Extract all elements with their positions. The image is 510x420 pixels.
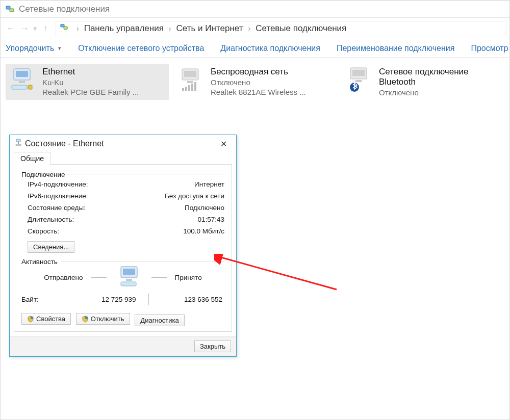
ethernet-adapter-icon — [9, 67, 37, 92]
dialog-title: Состояние - Ethernet — [25, 139, 104, 148]
svg-rect-10 — [184, 71, 196, 77]
connection-device: Realtek PCIe GBE Family ... — [42, 88, 139, 96]
speed-label: Скорость: — [28, 227, 59, 235]
nav-forward-button[interactable]: → — [18, 21, 32, 36]
toolbar-view[interactable]: Просмотр — [471, 44, 508, 53]
svg-rect-13 — [185, 87, 187, 91]
network-connections-icon — [6, 5, 15, 14]
svg-rect-19 — [355, 80, 362, 82]
connection-item-wifi[interactable]: Беспроводная сеть Отключено Realtek 8821… — [174, 64, 337, 100]
breadcrumb[interactable]: › Панель управления › Сеть и Интернет › … — [56, 21, 506, 36]
svg-rect-1 — [10, 9, 14, 12]
toolbar-disable-device[interactable]: Отключение сетевого устройства — [78, 44, 204, 53]
media-state-value: Подключено — [185, 204, 224, 212]
chevron-right-icon[interactable]: › — [248, 24, 250, 33]
toolbar-diagnose[interactable]: Диагностика подключения — [220, 44, 320, 53]
received-label: Принято — [175, 274, 202, 281]
connection-name: Беспроводная сеть — [211, 67, 306, 77]
svg-rect-22 — [18, 142, 19, 144]
chevron-right-icon[interactable]: › — [76, 24, 79, 33]
window-titlebar: Сетевые подключения — [1, 1, 509, 18]
ipv6-value: Без доступа к сети — [165, 192, 224, 200]
ethernet-status-dialog: Состояние - Ethernet ✕ Общие Подключение… — [9, 135, 237, 357]
close-dialog-button[interactable]: Закрыть — [194, 340, 231, 352]
bluetooth-adapter-icon — [345, 67, 374, 92]
svg-rect-6 — [19, 81, 25, 83]
svg-rect-21 — [16, 139, 20, 142]
svg-rect-23 — [16, 144, 21, 146]
tab-content: Подключение IPv4-подключение:Интернет IP… — [14, 164, 232, 332]
svg-rect-11 — [187, 81, 193, 83]
wifi-adapter-disabled-icon — [177, 67, 206, 92]
sent-label: Отправлено — [44, 274, 83, 281]
properties-button[interactable]: Свойства — [21, 313, 71, 325]
connection-status: Ku-Ku — [42, 78, 139, 87]
duration-label: Длительность: — [28, 216, 74, 223]
ipv6-label: IPv6-подключение: — [28, 192, 88, 200]
breadcrumb-item[interactable]: Сетевые подключения — [256, 23, 346, 34]
diagnose-button[interactable]: Диагностика — [135, 314, 184, 326]
connection-status: Отключено — [211, 78, 306, 87]
svg-rect-5 — [16, 71, 28, 77]
connection-name: Ethernet — [42, 67, 139, 77]
dialog-titlebar[interactable]: Состояние - Ethernet ✕ — [10, 135, 236, 152]
bytes-sent-value: 12 725 939 — [62, 296, 148, 303]
network-status-icon — [15, 139, 22, 149]
speed-value: 100.0 Мбит/с — [183, 227, 224, 235]
svg-rect-3 — [64, 27, 67, 29]
svg-rect-26 — [126, 279, 132, 281]
nav-history-dropdown[interactable]: ▾ — [33, 24, 37, 33]
connection-name: Сетевое подключение Bluetooth — [379, 67, 482, 87]
duration-value: 01:57:43 — [197, 216, 224, 223]
connection-item-ethernet[interactable]: Ethernet Ku-Ku Realtek PCIe GBE Family .… — [6, 64, 169, 100]
toolbar-rename[interactable]: Переименование подключения — [337, 44, 454, 53]
svg-rect-16 — [194, 82, 196, 91]
group-activity-label: Активность — [21, 258, 58, 266]
command-toolbar: Упорядочить▼ Отключение сетевого устройс… — [1, 39, 509, 58]
nav-back-button[interactable]: ← — [4, 21, 18, 36]
connection-device: Realtek 8821AE Wireless ... — [211, 88, 306, 96]
breadcrumb-item[interactable]: Сеть и Интернет — [176, 23, 243, 34]
details-button[interactable]: Сведения... — [28, 241, 74, 253]
chevron-down-icon: ▼ — [57, 46, 62, 51]
svg-rect-27 — [121, 282, 136, 286]
network-connections-icon — [60, 23, 68, 34]
ipv4-label: IPv4-подключение: — [28, 180, 88, 188]
disable-button[interactable]: Отключить — [76, 313, 130, 325]
breadcrumb-item[interactable]: Панель управления — [84, 23, 164, 34]
svg-rect-12 — [182, 88, 184, 91]
svg-rect-18 — [352, 70, 365, 76]
chevron-right-icon[interactable]: › — [169, 24, 171, 33]
svg-rect-7 — [12, 85, 27, 89]
uac-shield-icon — [82, 316, 89, 323]
address-bar: ← → ▾ ↑ › Панель управления › Сеть и Инт… — [1, 18, 509, 39]
connection-item-bluetooth[interactable]: Сетевое подключение Bluetooth Отключено — [342, 64, 485, 100]
window-title: Сетевые подключения — [19, 4, 110, 14]
ipv4-value: Интернет — [194, 180, 224, 188]
dialog-tabs: Общие — [10, 151, 236, 164]
close-button[interactable]: ✕ — [216, 139, 231, 149]
svg-rect-8 — [28, 85, 32, 89]
svg-rect-15 — [191, 84, 193, 91]
activity-diagram: Отправлено Принято — [21, 266, 224, 290]
connection-status: Отключено — [379, 88, 482, 97]
svg-rect-14 — [188, 85, 190, 91]
activity-computer-icon — [115, 266, 143, 290]
svg-rect-25 — [123, 269, 135, 275]
media-state-label: Состояние среды: — [28, 204, 86, 212]
nav-up-button[interactable]: ↑ — [38, 21, 53, 36]
connections-list: Ethernet Ku-Ku Realtek PCIe GBE Family .… — [1, 58, 509, 106]
bytes-label: Байт: — [21, 296, 62, 303]
toolbar-organize[interactable]: Упорядочить▼ — [6, 44, 62, 53]
group-connection-label: Подключение — [21, 171, 65, 178]
svg-line-28 — [219, 257, 337, 290]
tab-general[interactable]: Общие — [14, 152, 50, 165]
bytes-received-value: 123 636 552 — [149, 296, 225, 303]
uac-shield-icon — [27, 316, 34, 323]
